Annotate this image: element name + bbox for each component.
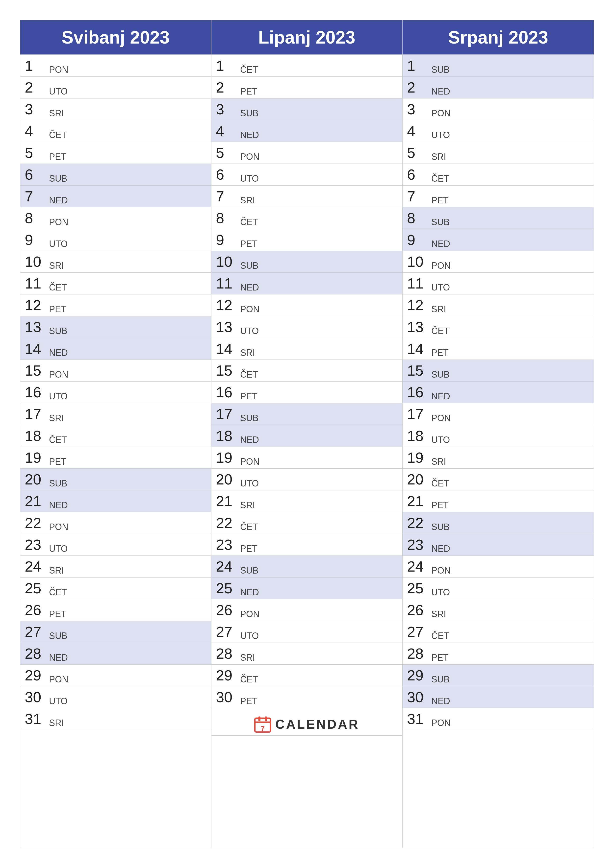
day-number: 5 — [216, 146, 238, 160]
day-name: ČET — [431, 326, 449, 336]
day-number: 17 — [216, 407, 238, 422]
day-number: 6 — [216, 167, 238, 182]
day-number: 16 — [407, 385, 429, 400]
day-name: PON — [49, 65, 68, 75]
day-name: PON — [240, 304, 260, 315]
day-row: 25NED — [211, 578, 402, 599]
day-row: 3SUB — [211, 98, 402, 120]
day-number: 29 — [25, 668, 47, 683]
day-row: 27ČET — [403, 621, 594, 643]
day-number: 17 — [25, 407, 47, 422]
day-number: 8 — [216, 211, 238, 226]
day-name: SUB — [49, 174, 67, 184]
day-name: PET — [431, 195, 449, 206]
day-number: 5 — [407, 146, 429, 160]
day-number: 4 — [216, 124, 238, 139]
day-row: 12PET — [20, 294, 211, 316]
day-row: 11NED — [211, 273, 402, 294]
day-number: 27 — [407, 625, 429, 639]
day-number: 8 — [25, 211, 47, 226]
day-row: 8PON — [20, 207, 211, 229]
day-row: 7PET — [403, 186, 594, 207]
day-number: 31 — [407, 711, 429, 727]
day-row: 18ČET — [20, 425, 211, 447]
day-number: 22 — [407, 516, 429, 530]
logo-text: CALENDAR — [275, 717, 359, 732]
day-name: PET — [240, 544, 258, 554]
day-name: UTO — [240, 478, 259, 489]
day-number: 20 — [407, 472, 429, 487]
day-number: 23 — [407, 538, 429, 552]
day-name: UTO — [49, 696, 68, 707]
day-number: 27 — [25, 625, 47, 639]
day-row: 7SRI — [211, 186, 402, 207]
day-row: 18NED — [211, 425, 402, 447]
day-number: 11 — [216, 276, 238, 291]
day-number: 16 — [25, 385, 47, 400]
day-number: 15 — [407, 363, 429, 378]
day-name: UTO — [49, 86, 68, 97]
month-col-0: Svibanj 20231PON2UTO3SRI4ČET5PET6SUB7NED… — [20, 20, 211, 848]
day-name: PON — [49, 217, 68, 227]
day-row: 21SRI — [211, 490, 402, 512]
day-name: SUB — [49, 478, 67, 489]
day-number: 6 — [25, 167, 47, 182]
day-number: 21 — [216, 494, 238, 509]
day-number: 15 — [216, 363, 238, 378]
day-number: 10 — [25, 254, 47, 269]
day-row: 29PON — [20, 665, 211, 687]
day-name: UTO — [49, 239, 68, 249]
day-name: PON — [240, 609, 260, 619]
day-number: 12 — [25, 298, 47, 313]
day-row: 20UTO — [211, 469, 402, 490]
day-row: 21NED — [20, 490, 211, 512]
day-row: 8ČET — [211, 207, 402, 229]
day-name: PON — [240, 457, 260, 467]
day-name: SUB — [240, 108, 258, 119]
day-row: 7NED — [20, 186, 211, 207]
day-name: ČET — [431, 478, 449, 489]
day-name: NED — [240, 587, 259, 598]
day-number: 24 — [25, 559, 47, 574]
day-row: 10PON — [403, 251, 594, 273]
day-row: 4NED — [211, 120, 402, 142]
day-name: ČET — [240, 65, 258, 75]
day-name: ČET — [240, 522, 258, 532]
day-number: 15 — [25, 363, 47, 378]
day-number: 11 — [407, 276, 429, 291]
day-row: 30PET — [211, 687, 402, 708]
day-number: 4 — [25, 124, 47, 139]
day-name: UTO — [431, 130, 450, 140]
day-row: 24PON — [403, 556, 594, 578]
day-name: SRI — [240, 500, 255, 510]
day-row: 30NED — [403, 687, 594, 708]
day-row: 5PON — [211, 142, 402, 164]
svg-rect-2 — [258, 716, 260, 721]
day-row: 12PON — [211, 294, 402, 316]
day-name: SRI — [431, 304, 446, 315]
day-number: 22 — [25, 516, 47, 530]
day-number: 10 — [407, 254, 429, 269]
day-row: 3SRI — [20, 98, 211, 120]
day-row: 2NED — [403, 77, 594, 98]
day-row: 12SRI — [403, 294, 594, 316]
day-name: NED — [431, 239, 450, 249]
day-name: SUB — [240, 566, 258, 576]
day-name: ČET — [49, 282, 67, 293]
day-name: NED — [431, 544, 450, 554]
day-name: NED — [431, 696, 450, 707]
day-name: PON — [431, 260, 451, 271]
day-row: 4ČET — [20, 120, 211, 142]
svg-text:7: 7 — [261, 724, 265, 733]
day-number: 24 — [216, 559, 238, 574]
day-row: 2PET — [211, 77, 402, 98]
day-name: ČET — [49, 587, 67, 598]
day-name: PON — [431, 413, 451, 423]
day-row: 11ČET — [20, 273, 211, 294]
day-number: 28 — [25, 646, 47, 661]
day-row: 19PET — [20, 447, 211, 469]
day-number: 24 — [407, 559, 429, 574]
day-name: ČET — [431, 174, 449, 184]
day-number: 1 — [25, 58, 47, 73]
day-name: SUB — [431, 217, 449, 227]
